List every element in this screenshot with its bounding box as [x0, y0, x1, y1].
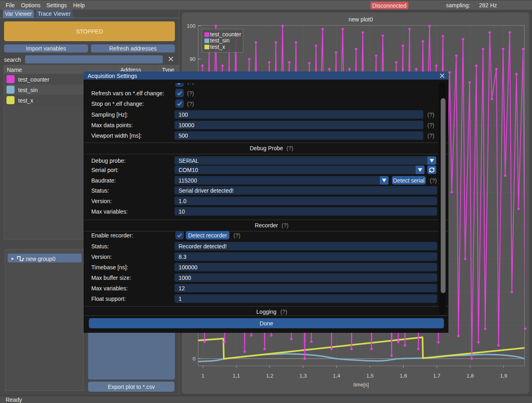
svg-text:1,4: 1,4: [333, 373, 340, 379]
svg-text:1,9: 1,9: [500, 373, 507, 379]
svg-text:1: 1: [202, 373, 204, 379]
svg-text:0: 0: [193, 356, 196, 362]
svg-text:1,6: 1,6: [400, 373, 407, 379]
svg-text:time[s]: time[s]: [353, 382, 369, 388]
svg-text:test_sin: test_sin: [210, 37, 229, 44]
svg-text:1,7: 1,7: [433, 373, 440, 379]
svg-text:new plot0: new plot0: [349, 16, 373, 23]
svg-text:test_counter: test_counter: [210, 31, 241, 38]
svg-text:1,2: 1,2: [266, 373, 273, 379]
svg-text:100: 100: [187, 23, 196, 29]
svg-text:90: 90: [190, 56, 196, 62]
svg-text:1,1: 1,1: [233, 373, 240, 379]
svg-text:1,5: 1,5: [366, 373, 374, 379]
svg-text:1,3: 1,3: [299, 373, 307, 379]
svg-text:test_x: test_x: [210, 44, 225, 50]
svg-text:1,8: 1,8: [467, 373, 474, 379]
